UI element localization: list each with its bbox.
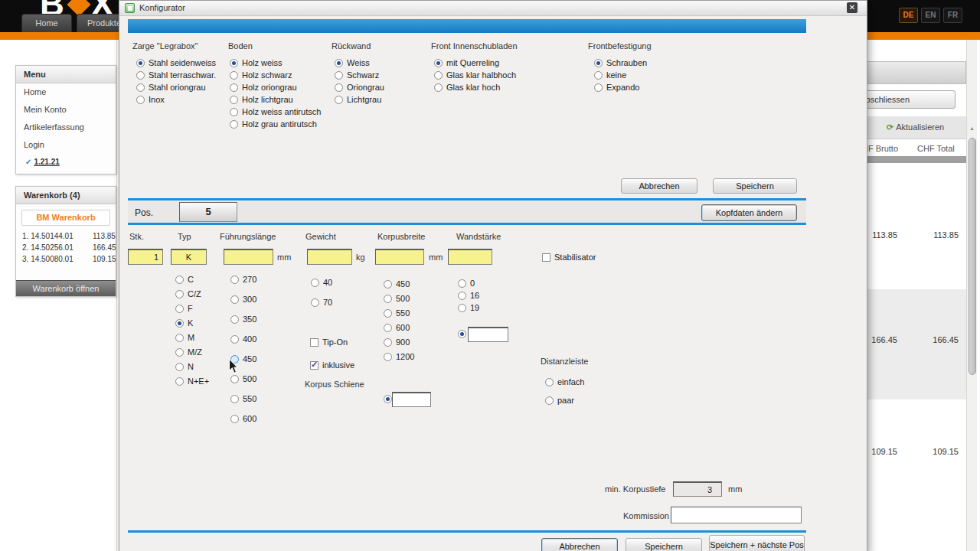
radio-option[interactable]: Holz oriongrau xyxy=(230,83,321,92)
radio-option[interactable]: Expando xyxy=(594,83,647,92)
radio-option[interactable]: 500 xyxy=(384,294,414,303)
cart-selector[interactable]: BM Warenkorb xyxy=(21,210,110,226)
dialog-titlebar[interactable]: Konfigurator ✕ xyxy=(119,1,867,16)
table-row[interactable]: 113.85 113.85 xyxy=(867,163,966,289)
scrollbar-thumb[interactable] xyxy=(969,138,976,375)
radio-option[interactable]: Glas klar halbhoch xyxy=(434,70,516,80)
korpusbreite-input[interactable] xyxy=(375,249,424,265)
radio-option[interactable]: Holz grau antirutsch xyxy=(230,119,321,129)
nav-tab-home[interactable]: Home xyxy=(21,14,72,32)
open-cart-button[interactable]: Warenkorb öffnen xyxy=(16,280,116,296)
inklusive-checkbox[interactable]: inklusive xyxy=(310,360,354,370)
fuehrungslaenge-input[interactable] xyxy=(224,249,273,265)
language-button[interactable]: FR xyxy=(943,8,962,23)
radio-option[interactable]: paar xyxy=(545,396,584,405)
sidebar-menu-item[interactable]: Artikelerfassung xyxy=(16,119,116,136)
radio-option[interactable]: M xyxy=(175,333,209,342)
table-row[interactable]: 109.15 109.15 xyxy=(867,399,966,551)
radio-option[interactable]: 300 xyxy=(230,295,256,304)
radio-option[interactable]: 1200 xyxy=(384,352,414,361)
radio-option[interactable]: 550 xyxy=(384,308,414,318)
radio-option[interactable]: 400 xyxy=(230,334,256,344)
table-row[interactable]: 166.45 166.45 xyxy=(867,289,966,399)
radio-option[interactable]: Stahl oriongrau xyxy=(136,83,216,92)
wandstaerke-custom-radio[interactable] xyxy=(458,330,466,338)
form-cancel-button[interactable]: Abbrechen xyxy=(541,538,618,551)
language-button[interactable]: EN xyxy=(921,8,940,23)
stk-input[interactable] xyxy=(128,249,163,265)
radio-option[interactable]: 19 xyxy=(458,303,479,312)
radio-option[interactable]: Schwarz xyxy=(335,70,384,80)
tip-on-checkbox[interactable]: Tip-On xyxy=(310,337,348,347)
refresh-button[interactable]: ⟳Aktualisieren xyxy=(887,119,963,136)
radio-option[interactable]: F xyxy=(175,304,209,313)
radio-option[interactable]: 16 xyxy=(458,291,479,300)
radio-option[interactable]: mit Querreling xyxy=(434,58,516,67)
radio-icon xyxy=(545,378,554,386)
form-save-next-button[interactable]: Speichern + nächste Pos xyxy=(709,535,805,551)
radio-option[interactable]: 350 xyxy=(230,315,256,324)
radio-option[interactable]: 70 xyxy=(311,298,332,307)
radio-label: Holz grau antirutsch xyxy=(242,119,317,129)
cart-item-row[interactable]: 2. 14.50256.01166.45 xyxy=(16,242,116,253)
head-save-button[interactable]: Speichern xyxy=(713,178,797,194)
radio-option[interactable]: Lichtgrau xyxy=(335,95,384,104)
radio-option[interactable]: Inox xyxy=(136,95,216,104)
radio-option[interactable]: 40 xyxy=(311,278,332,287)
radio-option[interactable]: Glas klar hoch xyxy=(434,83,516,92)
radio-option[interactable]: einfach xyxy=(545,377,584,386)
typ-input[interactable] xyxy=(171,249,207,265)
cart-item-index: 1. xyxy=(22,232,28,240)
radio-option[interactable]: Weiss xyxy=(335,58,384,67)
radio-option[interactable]: 600 xyxy=(230,414,256,423)
language-button[interactable]: DE xyxy=(899,8,918,23)
radio-label: Oriongrau xyxy=(347,83,384,92)
radio-option[interactable]: 550 xyxy=(230,394,256,403)
kommission-input[interactable] xyxy=(671,507,802,523)
radio-option[interactable]: Stahl seidenweiss xyxy=(136,58,216,67)
radio-option[interactable]: Oriongrau xyxy=(335,83,384,92)
radio-option[interactable]: N+E+ xyxy=(175,377,209,386)
radio-option[interactable]: Holz weiss xyxy=(230,58,321,67)
head-cancel-button[interactable]: Abbrechen xyxy=(621,178,697,194)
cart-item-row[interactable]: 3. 14.50080.01109.15 xyxy=(16,253,116,265)
radio-option[interactable]: 600 xyxy=(384,323,414,332)
radio-option[interactable]: Schrauben xyxy=(594,58,647,67)
radio-label: Schwarz xyxy=(347,70,379,80)
radio-option[interactable]: C/Z xyxy=(175,289,209,298)
radio-option[interactable]: 450 xyxy=(384,279,414,289)
page-scrollbar[interactable]: ▲ xyxy=(966,40,977,551)
radio-option[interactable]: K xyxy=(175,318,209,328)
cart-item-index: 3. xyxy=(22,255,28,263)
radio-option[interactable]: M/Z xyxy=(175,347,209,357)
sidebar-menu-item[interactable]: Login xyxy=(16,136,116,154)
cart-item-row[interactable]: 1. 14.50144.01113.85 xyxy=(16,230,116,242)
wandstaerke-custom-input[interactable] xyxy=(468,327,508,342)
radio-icon xyxy=(594,59,603,67)
radio-option[interactable]: keine xyxy=(594,70,647,80)
sidebar-menu-item[interactable]: Mein Konto xyxy=(16,101,116,119)
radio-option[interactable]: C xyxy=(175,275,209,284)
stabilisator-checkbox[interactable]: Stabilisator xyxy=(542,253,596,262)
radio-option[interactable]: 900 xyxy=(384,337,414,347)
radio-option[interactable]: 0 xyxy=(458,279,479,288)
pos-value: 5 xyxy=(179,202,237,222)
radio-option[interactable]: Holz lichtgrau xyxy=(230,95,321,104)
radio-option[interactable]: N xyxy=(175,362,209,371)
kopfdaten-aendern-button[interactable]: Kopfdaten ändern xyxy=(701,204,797,221)
scroll-up-icon[interactable]: ▲ xyxy=(969,126,975,131)
radio-icon xyxy=(175,290,184,298)
radio-option[interactable]: Stahl terraschwar. xyxy=(136,70,216,80)
wandstaerke-input[interactable] xyxy=(448,249,492,265)
korpus-schiene-label: Korpus Schiene xyxy=(305,380,364,389)
korpusbreite-custom-input[interactable] xyxy=(392,392,431,407)
radio-option[interactable]: 270 xyxy=(230,275,256,284)
version-link[interactable]: 1.21.21 xyxy=(34,158,59,166)
close-icon[interactable]: ✕ xyxy=(847,2,858,13)
radio-option[interactable]: Holz weiss antirutsch xyxy=(230,107,321,116)
korpusbreite-custom-radio[interactable] xyxy=(384,395,392,403)
form-save-button[interactable]: Speichern xyxy=(626,538,702,551)
gewicht-input[interactable] xyxy=(307,249,352,265)
radio-option[interactable]: Holz schwarz xyxy=(230,70,321,80)
sidebar-menu-item[interactable]: Home xyxy=(16,83,116,101)
